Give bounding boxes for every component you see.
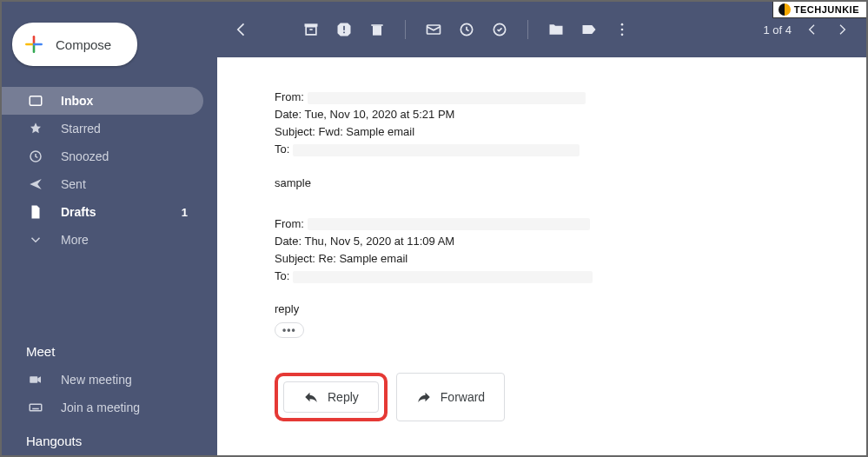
mail-nav: Inbox Starred Snoozed Sent: [2, 87, 217, 254]
svg-point-10: [621, 23, 624, 26]
toolbar-separator: [527, 20, 528, 39]
compose-plus-icon: [23, 33, 45, 56]
sidebar-item-label: New meeting: [61, 373, 132, 387]
sidebar-item-snoozed[interactable]: Snoozed: [2, 142, 203, 170]
sidebar-item-label: Join a meeting: [61, 401, 140, 414]
labels-icon[interactable]: [580, 21, 598, 38]
sidebar-item-drafts[interactable]: Drafts 1: [2, 198, 203, 226]
watermark: TECHJUNKIE: [772, 2, 866, 18]
move-to-icon[interactable]: [547, 21, 565, 38]
sidebar: Compose Inbox Starred Snoozed: [2, 2, 217, 455]
quoted-date-1: Date: Tue, Nov 10, 2020 at 5:21 PM: [275, 106, 845, 123]
hangouts-heading: Hangouts: [2, 427, 217, 455]
email-body-1: sample: [275, 176, 845, 189]
forward-label: Forward: [441, 390, 485, 404]
redacted-from: [308, 92, 586, 104]
svg-point-12: [621, 34, 624, 36]
star-icon: [26, 121, 45, 136]
pager: 1 of 4: [763, 21, 851, 38]
toolbar-separator: [405, 20, 406, 39]
sidebar-item-inbox[interactable]: Inbox: [2, 87, 203, 115]
back-icon[interactable]: [233, 21, 250, 38]
show-trimmed-button[interactable]: •••: [275, 322, 304, 338]
pager-text: 1 of 4: [763, 23, 792, 36]
next-message-icon[interactable]: [833, 21, 851, 38]
to-label: To:: [275, 142, 289, 156]
svg-point-11: [621, 29, 624, 31]
send-icon: [26, 176, 45, 192]
delete-icon[interactable]: [368, 21, 386, 38]
forward-icon: [416, 389, 432, 405]
more-icon[interactable]: [613, 21, 631, 38]
clock-icon: [26, 149, 45, 164]
prev-message-icon[interactable]: [804, 21, 821, 38]
action-row: Reply Forward: [275, 373, 845, 421]
chevron-down-icon: [26, 232, 45, 248]
quoted-subject-2: Subject: Re: Sample email: [275, 250, 845, 268]
compose-button[interactable]: Compose: [12, 23, 137, 66]
add-to-tasks-icon[interactable]: [491, 21, 508, 38]
quoted-date-2: Date: Thu, Nov 5, 2020 at 11:09 AM: [275, 233, 845, 250]
message-toolbar: 1 of 4: [217, 2, 866, 57]
meet-section: Meet New meeting Join a meeting: [2, 344, 217, 427]
compose-label: Compose: [56, 37, 111, 52]
svg-rect-0: [30, 96, 42, 106]
redacted-from: [308, 218, 590, 230]
watermark-text: TECHJUNKIE: [794, 4, 859, 15]
sidebar-item-label: Drafts: [61, 205, 96, 219]
sidebar-item-sent[interactable]: Sent: [2, 170, 203, 198]
svg-rect-2: [30, 376, 37, 383]
sidebar-item-starred[interactable]: Starred: [2, 115, 203, 142]
svg-rect-3: [30, 404, 42, 411]
email-content: From: Date: Tue, Nov 10, 2020 at 5:21 PM…: [217, 57, 866, 455]
annotation-highlight: Reply: [275, 373, 388, 421]
quoted-header-1: From: Date: Tue, Nov 10, 2020 at 5:21 PM…: [275, 89, 845, 159]
report-spam-icon[interactable]: [335, 21, 353, 38]
from-label: From:: [275, 90, 304, 103]
quoted-header-2: From: Date: Thu, Nov 5, 2020 at 11:09 AM…: [275, 215, 845, 286]
from-label: From:: [275, 217, 304, 230]
sidebar-item-label: Snoozed: [61, 149, 109, 163]
quoted-subject-1: Subject: Fwd: Sample email: [275, 123, 845, 141]
forward-button[interactable]: Forward: [396, 373, 505, 421]
redacted-to: [293, 144, 580, 156]
to-label: To:: [275, 269, 289, 282]
reply-icon: [303, 389, 319, 405]
svg-rect-6: [343, 32, 345, 34]
main-pane: 1 of 4 From: Date: Tue, Nov 10, 2020 at …: [217, 2, 866, 455]
snooze-icon[interactable]: [458, 21, 475, 38]
hangouts-section: Hangouts: [2, 427, 217, 455]
video-icon: [26, 372, 45, 387]
inbox-icon: [26, 93, 45, 109]
sidebar-item-label: Starred: [61, 122, 101, 136]
email-body-2: reply: [275, 302, 845, 315]
meet-join-meeting[interactable]: Join a meeting: [2, 394, 203, 421]
svg-rect-5: [343, 26, 345, 30]
sidebar-item-label: More: [61, 233, 89, 247]
sidebar-item-label: Sent: [61, 177, 86, 191]
drafts-count: 1: [182, 206, 188, 219]
meet-heading: Meet: [2, 344, 217, 366]
sidebar-item-more[interactable]: More: [2, 226, 203, 254]
redacted-to: [293, 271, 593, 283]
mark-unread-icon[interactable]: [425, 21, 442, 38]
reply-label: Reply: [328, 390, 359, 404]
keyboard-icon: [26, 400, 45, 415]
archive-icon[interactable]: [302, 21, 320, 38]
meet-new-meeting[interactable]: New meeting: [2, 366, 203, 394]
reply-button[interactable]: Reply: [283, 381, 379, 413]
sidebar-item-label: Inbox: [61, 94, 93, 108]
watermark-icon: [779, 3, 791, 16]
file-icon: [26, 204, 45, 220]
